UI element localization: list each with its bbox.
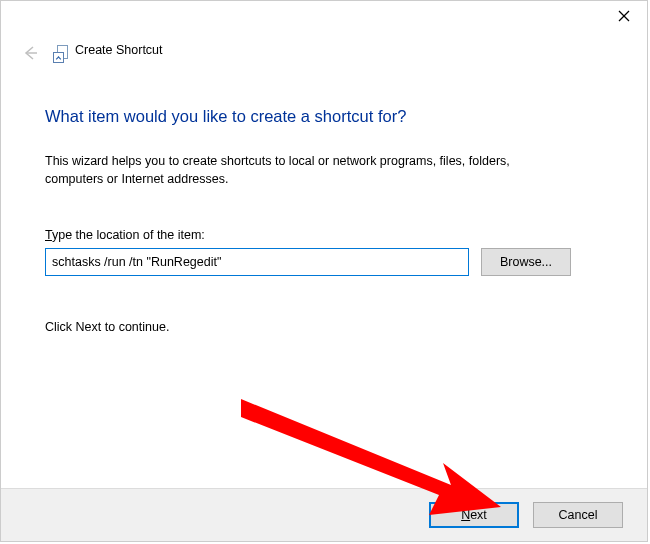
page-heading: What item would you like to create a sho… [45,107,617,126]
intro-text: This wizard helps you to create shortcut… [45,152,565,188]
location-label-rest: ype the location of the item: [52,228,205,242]
location-label: Type the location of the item: [45,228,617,242]
location-label-accel: T [45,228,52,242]
dialog-footer: Next Cancel [1,488,647,541]
wizard-content: What item would you like to create a sho… [45,101,617,334]
titlebar [1,1,647,33]
back-icon [21,43,41,63]
wizard-title: Create Shortcut [75,43,163,57]
browse-button[interactable]: Browse... [481,248,571,276]
next-rest: ext [470,508,487,522]
location-row: Browse... [45,248,617,276]
continue-hint: Click Next to continue. [45,320,617,334]
next-accel: N [461,508,470,522]
create-shortcut-dialog: Create Shortcut What item would you like… [0,0,648,542]
close-icon[interactable] [601,1,647,31]
shortcut-icon [53,45,69,61]
wizard-header: Create Shortcut [1,33,647,69]
next-button[interactable]: Next [429,502,519,528]
cancel-button[interactable]: Cancel [533,502,623,528]
location-input[interactable] [45,248,469,276]
